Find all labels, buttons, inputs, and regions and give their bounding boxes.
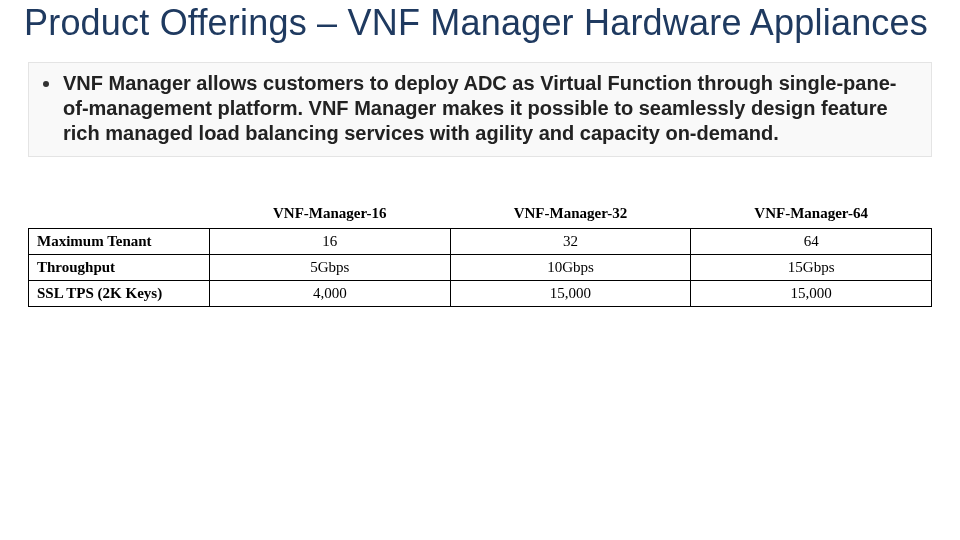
spec-cell: 10Gbps — [450, 255, 691, 281]
description-text: VNF Manager allows customers to deploy A… — [63, 71, 917, 146]
table-row: Throughput 5Gbps 10Gbps 15Gbps — [29, 255, 932, 281]
row-label: Throughput — [29, 255, 210, 281]
bullet-icon — [43, 81, 49, 87]
col-head: VNF-Manager-32 — [450, 201, 691, 229]
spec-table: VNF-Manager-16 VNF-Manager-32 VNF-Manage… — [28, 201, 932, 307]
col-head: VNF-Manager-16 — [209, 201, 450, 229]
spec-cell: 64 — [691, 229, 932, 255]
row-label: Maximum Tenant — [29, 229, 210, 255]
spec-cell: 15,000 — [691, 281, 932, 307]
col-head: VNF-Manager-64 — [691, 201, 932, 229]
table-header-row: VNF-Manager-16 VNF-Manager-32 VNF-Manage… — [29, 201, 932, 229]
table-row: Maximum Tenant 16 32 64 — [29, 229, 932, 255]
spec-table-wrap: VNF-Manager-16 VNF-Manager-32 VNF-Manage… — [28, 201, 932, 307]
table-corner — [29, 201, 210, 229]
spec-cell: 32 — [450, 229, 691, 255]
slide-title: Product Offerings – VNF Manager Hardware… — [0, 0, 960, 44]
spec-cell: 4,000 — [209, 281, 450, 307]
spec-cell: 15,000 — [450, 281, 691, 307]
spec-cell: 5Gbps — [209, 255, 450, 281]
table-row: SSL TPS (2K Keys) 4,000 15,000 15,000 — [29, 281, 932, 307]
spec-cell: 15Gbps — [691, 255, 932, 281]
spec-cell: 16 — [209, 229, 450, 255]
row-label: SSL TPS (2K Keys) — [29, 281, 210, 307]
description-block: VNF Manager allows customers to deploy A… — [28, 62, 932, 157]
